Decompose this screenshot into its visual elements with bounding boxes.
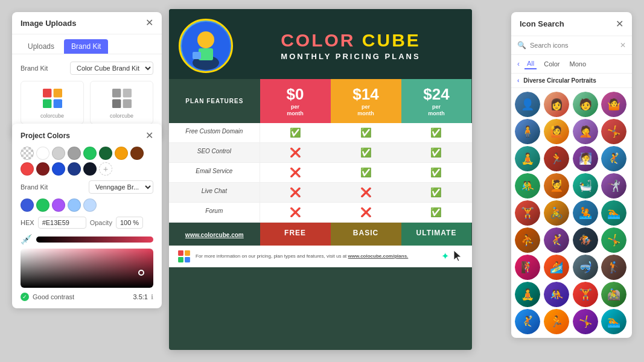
- icon-search-input-row: 🔍 ✕: [511, 36, 632, 55]
- brand-swatch-2[interactable]: [36, 198, 49, 212]
- brand-swatch-1[interactable]: [21, 198, 34, 212]
- icon-search-close-button[interactable]: ✕: [616, 18, 623, 30]
- eyedropper-icon[interactable]: 💉: [21, 233, 33, 245]
- icon-item[interactable]: 🤾: [515, 309, 540, 334]
- action-row: www.colorcube.com FREE BASIC ULTIMATE: [169, 223, 472, 246]
- icon-item[interactable]: 🏃: [544, 309, 569, 334]
- free-btn[interactable]: FREE: [260, 223, 331, 246]
- swatch-white[interactable]: [36, 147, 49, 160]
- icon-item[interactable]: 🏊: [601, 309, 626, 334]
- ultimate-btn[interactable]: ULTIMATE: [401, 223, 472, 246]
- icon-item[interactable]: 🙋: [544, 119, 569, 144]
- icon-item[interactable]: 👤: [515, 92, 540, 117]
- project-colors-title: Project Colors: [21, 132, 70, 140]
- icon-item[interactable]: 🤾: [544, 227, 569, 253]
- brand-swatch-3[interactable]: [52, 198, 65, 212]
- svg-rect-2: [43, 100, 51, 108]
- swatch-light-gray[interactable]: [52, 147, 65, 160]
- swatch-red[interactable]: [21, 162, 34, 176]
- filter-all[interactable]: All: [524, 59, 537, 69]
- icon-item[interactable]: 🤸: [601, 227, 626, 253]
- icon-item[interactable]: 🏌️: [601, 255, 626, 280]
- feature-name-3: Email Service: [169, 163, 260, 182]
- icon-item[interactable]: 🧘: [515, 146, 540, 171]
- icon-item[interactable]: 🧘: [515, 282, 540, 307]
- free-price: $0: [263, 85, 328, 104]
- icon-item[interactable]: 🧗: [515, 255, 540, 280]
- basic-per: permonth: [333, 104, 399, 117]
- info-icon[interactable]: ℹ: [151, 293, 153, 300]
- icon-item[interactable]: 🤸: [573, 309, 598, 334]
- icon-item[interactable]: 🤿: [573, 255, 598, 280]
- icon-item[interactable]: 🏇: [573, 227, 598, 253]
- icon-item[interactable]: 🤸: [601, 119, 626, 144]
- canvas-header: COLOR CUBE MONTHLY PRICING PLANS: [169, 9, 472, 79]
- brand-kit-dropdown[interactable]: Color Cube Brand Kit: [70, 62, 153, 75]
- project-colors-close[interactable]: ✕: [145, 131, 153, 141]
- free-plan-header: $0 permonth: [260, 79, 331, 123]
- icon-item[interactable]: 🧍: [515, 119, 540, 144]
- icon-item[interactable]: 🤷: [601, 92, 626, 117]
- icon-item[interactable]: 🏊: [601, 200, 626, 226]
- opacity-input[interactable]: [116, 217, 143, 229]
- filter-color[interactable]: Color: [541, 59, 562, 69]
- back-chevron-icon[interactable]: ‹: [517, 77, 519, 84]
- color-hue-slider[interactable]: [36, 237, 153, 243]
- icon-item[interactable]: 🏋️: [573, 282, 598, 307]
- icon-item[interactable]: 🤼: [544, 282, 569, 307]
- icon-item[interactable]: 🛀: [573, 173, 598, 198]
- icon-item[interactable]: 🤺: [601, 173, 626, 198]
- basic-btn[interactable]: BASIC: [331, 223, 401, 246]
- svg-rect-7: [123, 100, 131, 108]
- swatch-dark-red[interactable]: [36, 162, 49, 176]
- icon-item[interactable]: 🚵: [601, 282, 626, 307]
- icon-item[interactable]: 🤽: [573, 200, 598, 226]
- icons-grid: 👤 👩 🧑 🤷 🧍 🙋 🤦 🤸 🧘 🏃 🧖 🤾 🤼 💆 🛀 🤺 🏋️ 🚴 🤽 🏊…: [511, 88, 632, 338]
- swatch-gray[interactable]: [68, 147, 81, 160]
- good-contrast-row: ✓ Good contrast 3.5:1 ℹ: [21, 293, 153, 301]
- brand-swatch-4[interactable]: [68, 198, 81, 212]
- swatch-green[interactable]: [83, 147, 97, 160]
- swatch-black[interactable]: [83, 162, 97, 176]
- icon-item[interactable]: 🏄: [544, 255, 569, 280]
- footer-url: www.colocube.com/plans.: [348, 253, 409, 259]
- svg-rect-13: [178, 250, 183, 256]
- hex-input[interactable]: [38, 217, 86, 229]
- website-link[interactable]: www.colorcube.com: [185, 232, 244, 238]
- icon-item[interactable]: 🧖: [573, 146, 598, 171]
- svg-rect-1: [53, 89, 62, 97]
- icon-item[interactable]: 🏃: [544, 146, 569, 171]
- color-picker-cursor: [138, 270, 144, 276]
- icon-item[interactable]: 🚴: [544, 200, 569, 226]
- swatch-blue[interactable]: [52, 162, 65, 176]
- swatch-dark-green[interactable]: [99, 147, 112, 160]
- clear-search-icon[interactable]: ✕: [620, 41, 626, 49]
- color-picker-gradient[interactable]: [21, 249, 153, 288]
- swatch-amber[interactable]: [115, 147, 128, 160]
- tab-brand-kit[interactable]: Brand Kit: [64, 39, 108, 54]
- swatch-transparent[interactable]: [21, 147, 34, 160]
- icon-item[interactable]: ⛹️: [515, 227, 540, 253]
- icon-item[interactable]: 🧑: [573, 92, 598, 117]
- check-1-3: ✅: [401, 123, 472, 142]
- swatch-brown[interactable]: [130, 147, 144, 160]
- brand-kit-dropdown2[interactable]: Venngage Br...: [89, 180, 153, 194]
- brand-swatch-5[interactable]: [83, 198, 97, 212]
- action-link-cell: www.colorcube.com: [169, 223, 260, 246]
- hex-row: HEX Opacity: [21, 217, 153, 229]
- icon-item[interactable]: 🤼: [515, 173, 540, 198]
- icon-item[interactable]: 🤦: [573, 119, 598, 144]
- filter-mono[interactable]: Mono: [567, 59, 589, 69]
- icon-search-title: Icon Search: [520, 19, 564, 28]
- close-button[interactable]: ✕: [145, 18, 153, 28]
- icon-item[interactable]: 👩: [544, 92, 569, 117]
- swatch-dark-blue[interactable]: [68, 162, 81, 176]
- add-color-button[interactable]: +: [99, 162, 112, 176]
- tab-uploads[interactable]: Uploads: [21, 39, 62, 54]
- back-arrow-icon[interactable]: ‹: [517, 60, 520, 68]
- cursor-icon: [451, 249, 464, 264]
- icon-search-input[interactable]: [530, 42, 616, 49]
- icon-item[interactable]: 🤾: [601, 146, 626, 171]
- icon-item[interactable]: 🏋️: [515, 200, 540, 226]
- icon-item[interactable]: 💆: [544, 173, 569, 198]
